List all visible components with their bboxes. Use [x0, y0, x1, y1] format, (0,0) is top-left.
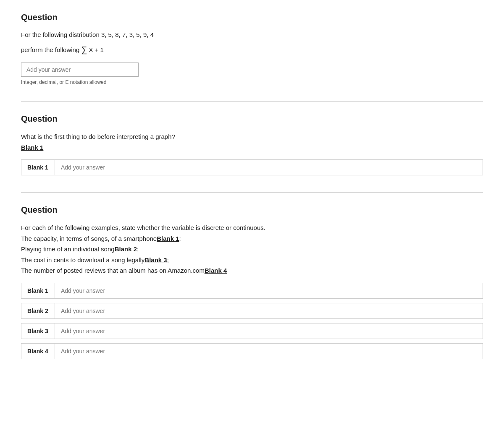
question-3-item3-suffix: ; — [167, 256, 169, 263]
question-3-item2-suffix: ; — [137, 245, 139, 253]
sigma-symbol: ∑ — [81, 45, 87, 55]
question-3-blank3-label: Blank 3 — [21, 323, 55, 339]
question-3-intro: For each of the following examples, stat… — [21, 224, 265, 231]
question-3-blank-row-3: Blank 3 — [21, 323, 483, 339]
question-1: Question For the following distribution … — [21, 13, 483, 102]
question-3-title: Question — [21, 205, 483, 215]
question-2-blanks: Blank 1 — [21, 159, 483, 175]
question-3-item1-suffix: ; — [179, 235, 181, 242]
question-2-blank1-label-inline: Blank 1 — [21, 144, 43, 151]
question-3-blank4-inline: Blank 4 — [205, 267, 227, 274]
question-3-blank1-inline: Blank 1 — [157, 235, 179, 242]
question-1-text-line1: For the following distribution 3, 5, 8, … — [21, 30, 483, 40]
question-2: Question What is the first thing to do b… — [21, 114, 483, 193]
question-3-item4-text: The number of posted reviews that an alb… — [21, 267, 205, 274]
question-1-title: Question — [21, 13, 483, 22]
question-2-blank-row-1: Blank 1 — [21, 159, 483, 175]
formula-text: X + 1 — [89, 46, 104, 53]
question-3-item3-text: The cost in cents to download a song leg… — [21, 256, 144, 263]
question-2-title: Question — [21, 114, 483, 124]
question-3-item2-text: Playing time of an individual song — [21, 245, 115, 253]
question-2-body: What is the first thing to do before int… — [21, 131, 483, 153]
question-3-blank4-input[interactable] — [55, 344, 483, 359]
question-2-text: What is the first thing to do before int… — [21, 133, 175, 140]
question-3-item1-text: The capacity, in terms of songs, of a sm… — [21, 235, 157, 242]
question-1-formula-line: perform the following ∑ X + 1 — [21, 45, 483, 55]
question-3-blank4-label: Blank 4 — [21, 344, 55, 359]
question-3-blank1-label: Blank 1 — [21, 283, 55, 298]
question-3-blank2-label: Blank 2 — [21, 303, 55, 318]
question-3-blank-row-1: Blank 1 — [21, 283, 483, 299]
question-3-blank-row-2: Blank 2 — [21, 303, 483, 319]
question-2-blank1-label: Blank 1 — [21, 160, 55, 175]
question-2-blank1-input[interactable] — [55, 160, 483, 175]
question-3-blank2-inline: Blank 2 — [115, 245, 137, 253]
question-3-blank1-input[interactable] — [55, 283, 483, 298]
question-3-blank3-input[interactable] — [55, 323, 483, 339]
question-3-blank2-input[interactable] — [55, 303, 483, 318]
question-3-blank3-inline: Blank 3 — [144, 256, 167, 263]
question-3: Question For each of the following examp… — [21, 205, 483, 376]
perform-text: perform the following — [21, 46, 79, 53]
question-1-answer-input[interactable] — [21, 63, 139, 77]
question-3-blank-row-4: Blank 4 — [21, 343, 483, 359]
question-3-blanks: Blank 1 Blank 2 Blank 3 Blank 4 — [21, 283, 483, 359]
question-1-hint: Integer, decimal, or E notation allowed — [21, 79, 483, 85]
question-3-body: For each of the following examples, stat… — [21, 222, 483, 276]
